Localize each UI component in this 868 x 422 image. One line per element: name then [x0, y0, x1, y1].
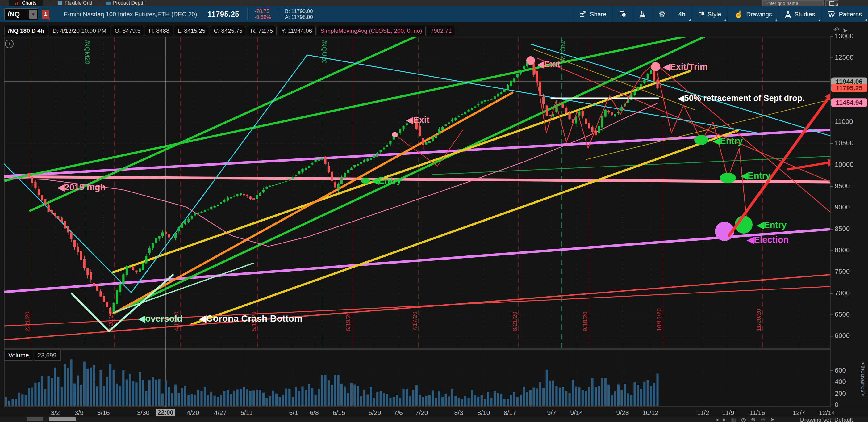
drawings-button[interactable]: ☝ Drawings	[727, 6, 778, 22]
last-price: 11795.25	[208, 10, 239, 19]
main-plot-area	[4, 37, 830, 348]
clock-icon[interactable]: ◷	[741, 416, 746, 422]
time-scrollbar-thumb[interactable]	[49, 417, 76, 421]
exit-marker-sept[interactable]	[526, 56, 535, 65]
chart-status-pills: /NQ 180 D 4hD: 4/13/20 10:00 PMO: 8479.5…	[4, 26, 455, 36]
price-tick-label: 9500	[835, 182, 850, 190]
alert-badge[interactable]: 1	[42, 9, 50, 19]
grid-name-input[interactable]: Enter grid name	[763, 0, 824, 6]
tab-product-depth-label: Product Depth	[113, 0, 145, 6]
scroll-right-icon[interactable]: ▸	[723, 416, 726, 422]
share-label: Share	[590, 11, 606, 18]
volume-tick-label: 600	[835, 366, 846, 374]
patterns-button[interactable]: Patterns	[822, 6, 868, 22]
share-icon	[580, 11, 587, 18]
volume-value: 23,699	[34, 350, 61, 361]
analyze-button[interactable]	[632, 6, 652, 22]
timeframe-label: 4h	[679, 11, 686, 18]
instrument-description: E-mini Nasdaq 100 Index Futures,ETH (DEC…	[64, 11, 197, 18]
drawing-set-label: Drawing set: Default	[800, 416, 853, 422]
label-exit-sept[interactable]: ◀Exit	[536, 59, 561, 69]
july-dot[interactable]	[392, 132, 398, 138]
time-tick-label: 6/15	[333, 409, 345, 416]
timeframe-selector-widget[interactable]	[27, 417, 43, 421]
news-button[interactable]: i	[612, 6, 632, 22]
flexible-grid-icon	[58, 1, 62, 5]
save-grid-button[interactable]	[826, 0, 838, 6]
time-tick-label: 9/14	[570, 409, 583, 416]
expiration-date-label: 10/16/20	[656, 308, 662, 331]
volume-tick-label: 0	[835, 401, 838, 409]
price-tick-label: 10500	[835, 139, 854, 147]
label-2019-high[interactable]: ◀2019 high	[57, 182, 105, 192]
exit-trim-marker-oct[interactable]	[651, 62, 660, 72]
time-tick-label: 8/10	[477, 409, 490, 416]
time-tick-label: 7/20	[415, 409, 428, 416]
charts-icon	[16, 1, 20, 5]
product-depth-icon	[106, 2, 111, 5]
bottom-status-bar: ◂▸▥◷⊕⊖➤ Drawing set: Default	[0, 416, 868, 422]
time-tick-label: 8/17	[504, 409, 517, 416]
volume-label: Volume	[4, 350, 33, 361]
cursor-icon[interactable]: ➤	[770, 416, 775, 422]
info-icon[interactable]: i	[5, 39, 13, 48]
entry-marker-1[interactable]	[694, 135, 708, 145]
tab-charts-label: Charts	[22, 0, 36, 6]
ohlc-field-pill: L: 8415.25	[174, 26, 209, 36]
scroll-left-icon[interactable]: ◂	[715, 416, 718, 422]
label-entry-1[interactable]: ◀Entry	[712, 136, 743, 146]
symbol-input[interactable]: /NQ ▼	[4, 8, 38, 20]
label-corona-crash-bottom[interactable]: ◀Corona Crash Bottom	[198, 313, 303, 323]
chart-style-icon	[698, 10, 704, 18]
candles-icon[interactable]: ▥	[731, 416, 736, 422]
style-button[interactable]: Style	[692, 6, 727, 22]
label-entry-2[interactable]: ◀Entry	[740, 171, 771, 180]
time-tick-label: 8/3	[454, 409, 463, 416]
ohlc-field-pill: D: 4/13/20 10:00 PM	[49, 26, 110, 36]
zoom-out-icon[interactable]: ⊖	[761, 416, 765, 422]
label-50-retracement[interactable]: ◀50% retracement of Sept drop.	[678, 93, 805, 103]
price-tick-label: 6000	[835, 332, 850, 339]
study-label-pill: SimpleMovingAvg (CLOSE, 200, 0, no)	[317, 26, 426, 36]
label-exit-trim-oct[interactable]: ◀Exit/Trim	[662, 62, 708, 72]
time-tick-label: 6/29	[369, 409, 381, 416]
share-button[interactable]: Share	[574, 6, 612, 22]
patterns-label: Patterns	[839, 11, 862, 18]
chart-corner-icon[interactable]: ↶	[833, 26, 839, 34]
chart-toolbar: /NQ ▼ 1 E-mini Nasdaq 100 Index Futures,…	[0, 6, 868, 22]
time-tick-label: 4/20	[187, 409, 199, 416]
hand-icon: ☝	[734, 10, 743, 19]
chart-canvas[interactable]: /NQM20/NQU20/NQZ202/21/203/20/204/17/205…	[0, 22, 868, 422]
zoom-in-icon[interactable]: ⊕	[751, 416, 756, 422]
chart-corner-icon[interactable]: ➤	[842, 27, 848, 34]
tab-flexible-grid[interactable]: Flexible Grid	[51, 0, 99, 6]
symbol-value: /NQ	[5, 10, 29, 18]
symbol-dropdown-button[interactable]: ▼	[29, 9, 37, 19]
time-tick-label: 12/14	[819, 409, 835, 416]
label-election[interactable]: ◀Election	[746, 235, 789, 245]
save-grid-icon	[829, 1, 834, 5]
entry-marker-mid[interactable]	[361, 178, 370, 184]
tab-charts[interactable]: Charts	[9, 0, 43, 6]
time-tick-label: 6/8	[310, 409, 318, 416]
style-label: Style	[708, 11, 721, 18]
time-tick-label: 3/9	[74, 409, 83, 416]
studies-button[interactable]: Studies	[778, 6, 822, 22]
time-tick-label: 3/2	[51, 409, 60, 416]
time-tick-label: 10/12	[642, 409, 659, 416]
label-oversold[interactable]: ◀oversold	[138, 314, 182, 323]
time-tick-label: 11/16	[749, 409, 765, 416]
patterns-icon	[828, 10, 836, 18]
label-entry-3[interactable]: ◀Entry	[756, 220, 786, 230]
volume-tick-label: 400	[835, 378, 846, 386]
settings-button[interactable]: ⚙	[652, 6, 672, 22]
label-exit-july[interactable]: ◀Exit	[406, 115, 430, 125]
label-entry-mid[interactable]: ◀Entry	[371, 175, 401, 185]
chart-nav-icons: ◂▸▥◷⊕⊖➤	[715, 416, 775, 422]
time-cursor-value: 22:00	[157, 409, 173, 416]
volume-unit-label: <thousands>	[860, 362, 866, 396]
volume-tick-label: 200	[835, 390, 846, 397]
entry-marker-2[interactable]	[720, 173, 736, 183]
tab-product-depth[interactable]: Product Depth	[99, 0, 151, 6]
timeframe-button[interactable]: 4h	[672, 6, 692, 22]
